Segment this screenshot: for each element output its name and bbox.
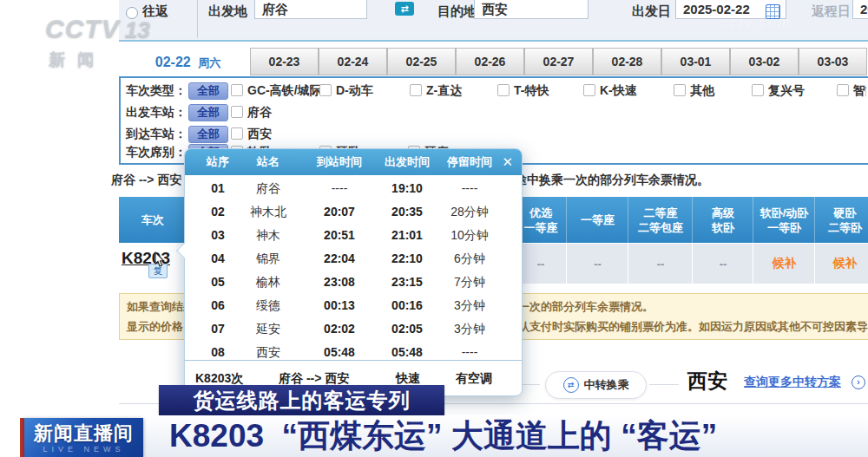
from-input[interactable]: 府谷 xyxy=(254,0,367,19)
program-logo: 新闻直播间 LIVE NEWS xyxy=(24,418,143,457)
notice-text: 乘一次的部分列车余票情况。 xyxy=(507,299,654,315)
filter-option[interactable]: 西安 xyxy=(231,127,272,142)
close-icon[interactable]: ✕ xyxy=(502,149,513,175)
divider xyxy=(521,384,540,385)
to-label: 目的地 xyxy=(437,3,477,20)
screen: 往返 出发地 府谷 ⇄ 目的地 西安 出发日 2025-02-22 返程日 20… xyxy=(0,0,868,457)
swap-stations-icon[interactable]: ⇄ xyxy=(395,2,414,16)
checkbox-icon[interactable] xyxy=(231,127,243,140)
divider xyxy=(197,0,198,38)
date-tab[interactable]: 02-27 xyxy=(524,48,593,75)
filter-option[interactable]: Z-直达 xyxy=(410,83,462,99)
filter-option[interactable]: T-特快 xyxy=(497,83,549,99)
date-tab[interactable]: 02-24 xyxy=(319,48,387,75)
divider xyxy=(649,384,679,385)
checkbox-icon[interactable] xyxy=(410,84,422,96)
date-tab[interactable]: 03-03 xyxy=(799,48,867,75)
seat-cell: -- xyxy=(566,244,628,284)
filter-from-station-label: 出发车站： xyxy=(126,105,187,121)
stop-row: 05榆林23:0823:157分钟 xyxy=(185,271,522,294)
transfer-button[interactable]: ⇄ 中转换乘 xyxy=(545,371,647,399)
checkbox-icon[interactable] xyxy=(497,84,510,96)
date-tab[interactable]: 02-26 xyxy=(456,48,524,75)
filter-option[interactable]: K-快速 xyxy=(583,83,637,99)
checkbox-icon[interactable] xyxy=(674,84,686,96)
mouse-cursor-icon xyxy=(152,251,166,269)
filter-to-station-label: 到达车站： xyxy=(126,127,187,142)
waitlist-cell[interactable]: 候补 xyxy=(814,244,868,284)
seat-cell: -- xyxy=(628,244,693,284)
col-second-class: 二等座二等包座 xyxy=(628,197,693,243)
route-summary: 府谷 --> 西安 xyxy=(111,173,181,188)
filter-option[interactable]: 其他 xyxy=(674,83,714,99)
stop-row: 03神木20:5121:0110分钟 xyxy=(185,224,522,247)
selected-date: 02-22 xyxy=(155,55,191,69)
filter-train-type-label: 车次类型： xyxy=(126,83,187,99)
train-type-all-button[interactable]: 全部 xyxy=(188,82,228,100)
checkbox-icon[interactable] xyxy=(837,84,849,96)
stop-schedule-popup: 站序 站名 到站时间 出发时间 停留时间 ✕ 01府谷----19:10----… xyxy=(184,148,523,396)
depart-date-label: 出发日 xyxy=(632,3,671,20)
filter-option[interactable]: 智能动车组 xyxy=(837,83,866,99)
chevron-right-icon[interactable]: › xyxy=(852,375,865,389)
more-transfer-link[interactable]: 查询更多中转方案 xyxy=(744,375,841,390)
waitlist-cell[interactable]: 候补 xyxy=(753,244,815,284)
filter-option[interactable]: 府谷 xyxy=(231,105,272,121)
return-date-input[interactable]: 2025-0 xyxy=(852,0,868,19)
filter-seat-class-label: 车次席别： xyxy=(126,145,187,160)
stop-row: 04锦界22:0422:106分钟 xyxy=(185,247,522,271)
popup-header: 站序 站名 到站时间 出发时间 停留时间 ✕ xyxy=(185,149,522,175)
transfer-icon: ⇄ xyxy=(563,377,579,393)
checkbox-icon[interactable] xyxy=(231,106,243,118)
date-tab[interactable]: 03-02 xyxy=(730,48,799,75)
checkbox-icon[interactable] xyxy=(231,84,243,96)
col-train: 车次 xyxy=(119,197,187,243)
news-topic-bar: 货运线路上的客运专列 xyxy=(159,385,444,415)
stop-row: 01府谷----19:10---- xyxy=(185,177,522,200)
filter-option[interactable]: 复兴号 xyxy=(752,83,805,99)
filter-option[interactable]: GC-高铁/城际 xyxy=(231,83,322,99)
transfer-summary: 途中换乘一次的部分列车余票情况。 xyxy=(515,173,709,188)
date-tab[interactable]: 02-28 xyxy=(593,48,661,75)
from-label: 出发地 xyxy=(208,3,247,20)
return-date-label: 返程日 xyxy=(812,3,851,20)
col-first-class: 一等座 xyxy=(566,197,628,243)
col-hard-sleeper: 硬卧二等卧 xyxy=(814,197,868,243)
checkbox-icon[interactable] xyxy=(752,84,764,96)
stop-row: 07延安02:0202:053分钟 xyxy=(185,317,522,341)
stop-row: 02神木北20:0720:3528分钟 xyxy=(185,200,522,224)
notice-text: 显示的价格 xyxy=(127,319,183,335)
to-station-all-button[interactable]: 全部 xyxy=(188,126,228,143)
checkbox-icon[interactable] xyxy=(319,84,332,96)
col-deluxe-soft-sleeper: 高级软卧 xyxy=(692,197,753,243)
col-soft-sleeper: 软卧/动卧一等卧 xyxy=(753,197,815,243)
seat-cell: -- xyxy=(692,244,753,284)
notice-text: 确认支付时实际购买的铺别票价为准。如因运力原因或其他不可控因素导 xyxy=(507,319,868,335)
stop-row: 06绥德00:1300:163分钟 xyxy=(185,294,522,317)
transfer-city: 西安 xyxy=(687,368,727,395)
watermark: cctv.com xyxy=(720,14,792,31)
date-tab[interactable]: 03-01 xyxy=(661,48,730,75)
to-input[interactable]: 西安 xyxy=(474,0,589,19)
date-tab[interactable]: 02-23 xyxy=(250,48,319,75)
filter-option[interactable]: D-动车 xyxy=(319,83,373,99)
news-headline-bar: K8203 “西煤东运” 大通道上的 “客运” xyxy=(143,415,868,457)
checkbox-icon[interactable] xyxy=(583,84,595,96)
selected-weekday: 周六 xyxy=(198,56,220,69)
date-tab[interactable]: 02-25 xyxy=(387,48,456,75)
from-station-all-button[interactable]: 全部 xyxy=(188,104,228,121)
cctv-channel-logo: CCTV13 新闻 xyxy=(45,14,150,71)
